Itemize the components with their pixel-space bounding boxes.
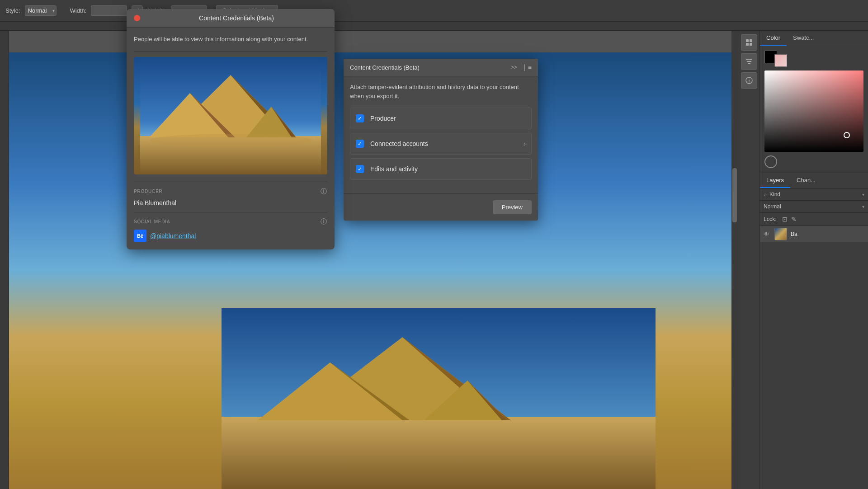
properties-icon (745, 38, 753, 47)
connected-accounts-checkbox-row[interactable]: ✓ Connected accounts › (350, 133, 532, 155)
producer-info-icon[interactable]: ⓘ (321, 188, 327, 196)
panel-menu-button[interactable]: ≡ (528, 64, 532, 71)
panel-footer: Preview (344, 193, 538, 221)
layers-normal-label: Normal (764, 203, 781, 210)
layers-panel-tabs: Layers Chan... (760, 173, 868, 188)
producer-section: PRODUCER ⓘ Pia Blumenthal (134, 188, 327, 207)
social-media-section: SOCIAL MEDIA ⓘ Bē @piablumenthal (134, 218, 327, 242)
content-image (134, 57, 327, 174)
color-panel-tabs: Color Swatc... (760, 31, 868, 46)
producer-value: Pia Blumenthal (134, 199, 327, 207)
panel-title: Content Credentials (Beta) (350, 64, 511, 71)
social-handle[interactable]: @piablumenthal (150, 232, 196, 240)
producer-checkbox-label: Producer (370, 115, 526, 122)
layers-panel: Layers Chan... ⌕ Kind ▾ Normal ▾ Lock: ⊡… (760, 173, 868, 242)
producer-checkbox[interactable]: ✓ (356, 114, 364, 122)
toolbar-icon-1[interactable] (741, 34, 757, 51)
preview-button[interactable]: Preview (493, 200, 532, 214)
color-bottom-row (764, 155, 863, 168)
edits-activity-label: Edits and activity (370, 165, 526, 173)
layers-kind-search: ⌕ Kind ▾ (760, 188, 868, 201)
layers-search-icon: ⌕ (764, 191, 767, 197)
panel-description: Attach tamper-evident attribution and hi… (350, 83, 532, 100)
divider-1 (134, 51, 327, 52)
pyramids-image (134, 57, 327, 174)
width-input[interactable] (91, 5, 127, 16)
dialog-body: People will be able to view this informa… (127, 28, 335, 249)
white-circle-swatch[interactable] (764, 155, 777, 168)
background-swatch[interactable] (774, 54, 787, 67)
right-toolbar-strip: i (738, 31, 760, 489)
toolbar-icon-3[interactable]: i (741, 72, 757, 89)
edits-activity-checkbox-row[interactable]: ✓ Edits and activity (350, 158, 532, 180)
style-label: Style: (5, 7, 20, 14)
width-label: Width: (70, 7, 87, 14)
dialog-header: Content Credentials (Beta) (127, 9, 335, 28)
layers-kind-label: Kind (769, 191, 859, 197)
edits-activity-checkbox[interactable]: ✓ (356, 165, 364, 173)
social-info-icon[interactable]: ⓘ (321, 218, 327, 226)
svg-rect-22 (747, 61, 751, 62)
layers-lock-label: Lock: (764, 216, 777, 222)
right-panels: Color Swatc... Layers Chan... ⌕ (760, 31, 868, 489)
connected-accounts-arrow-icon: › (524, 140, 526, 147)
svg-rect-23 (748, 63, 750, 64)
color-panel-section: Color Swatc... (760, 31, 868, 173)
vertical-scrollbar[interactable] (731, 31, 738, 489)
style-select[interactable]: Normal (25, 5, 57, 16)
layers-kind-arrow-icon[interactable]: ▾ (862, 192, 864, 197)
scrollbar-thumb[interactable] (732, 168, 737, 222)
layers-blend-mode[interactable]: Normal ▾ (760, 201, 868, 213)
svg-rect-17 (746, 39, 749, 42)
svg-rect-20 (750, 43, 752, 46)
divider-3 (134, 212, 327, 212)
layer-thumbnail (774, 228, 787, 240)
color-picker-cursor (844, 132, 850, 138)
connected-accounts-label: Connected accounts (370, 140, 524, 147)
lock-position-icon[interactable]: ✎ (791, 216, 797, 223)
toolbar-icon-2[interactable] (741, 53, 757, 70)
adjust-icon (745, 57, 753, 66)
social-row: Bē @piablumenthal (134, 230, 327, 242)
layer-visibility-icon[interactable]: 👁 (764, 231, 771, 238)
behance-icon: Bē (134, 230, 146, 242)
producer-label: PRODUCER ⓘ (134, 188, 327, 196)
svg-rect-21 (746, 59, 752, 60)
color-picker-gradient[interactable] (764, 71, 863, 152)
panel-header: Content Credentials (Beta) >> | ≡ (344, 59, 538, 76)
pyramids-svg (134, 57, 327, 174)
svg-rect-19 (746, 43, 749, 46)
producer-checkbox-row[interactable]: ✓ Producer (350, 108, 532, 129)
social-media-label: SOCIAL MEDIA ⓘ (134, 218, 327, 226)
layers-lock-row: Lock: ⊡ ✎ (760, 213, 868, 226)
divider-2 (134, 182, 327, 182)
layers-normal-arrow-icon: ▾ (862, 204, 864, 209)
ruler-left (0, 31, 9, 489)
content-credentials-dialog: Content Credentials (Beta) People will b… (127, 9, 335, 249)
window-close-button[interactable] (134, 15, 140, 21)
svg-rect-1 (222, 417, 656, 489)
color-swatch-area (760, 46, 868, 173)
svg-text:i: i (748, 79, 750, 83)
tab-swatches[interactable]: Swatc... (787, 31, 820, 46)
lock-pixels-icon[interactable]: ⊡ (782, 216, 788, 223)
layer-name: Ba (791, 231, 864, 237)
layer-row[interactable]: 👁 Ba (760, 226, 868, 242)
color-swatches (764, 51, 863, 67)
panel-body: Attach tamper-evident attribution and hi… (344, 76, 538, 190)
tab-color[interactable]: Color (760, 31, 787, 46)
svg-rect-18 (750, 39, 752, 42)
svg-point-16 (149, 134, 312, 147)
panel-expand-button[interactable]: >> (511, 64, 517, 71)
tab-layers[interactable]: Layers (760, 173, 790, 188)
content-credentials-panel: Content Credentials (Beta) >> | ≡ Attach… (344, 59, 538, 221)
info-icon: i (745, 76, 753, 85)
tab-channels[interactable]: Chan... (790, 173, 822, 188)
style-select-wrap[interactable]: Normal (25, 5, 57, 16)
dialog-subtitle: People will be able to view this informa… (134, 35, 327, 44)
dialog-title: Content Credentials (Beta) (146, 14, 327, 22)
connected-accounts-checkbox[interactable]: ✓ (356, 140, 364, 148)
